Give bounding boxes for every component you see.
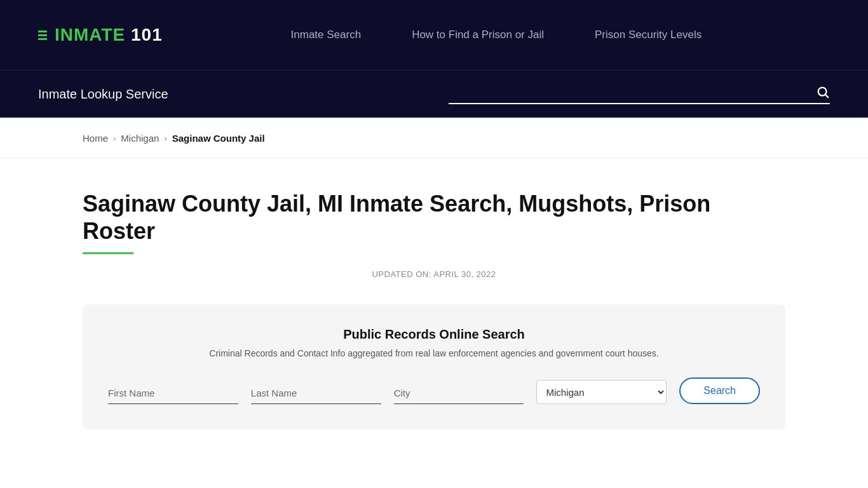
logo-prefix: INMATE	[55, 25, 131, 44]
search-input[interactable]	[449, 84, 810, 100]
breadcrumb: Home › Michigan › Saginaw County Jail	[83, 133, 785, 144]
first-name-input[interactable]	[108, 383, 238, 404]
logo-number: 101	[131, 25, 163, 44]
city-input[interactable]	[394, 383, 524, 404]
top-navigation: INMATE 101 Inmate Search How to Find a P…	[0, 0, 868, 70]
nav-links-container: Inmate Search How to Find a Prison or Ja…	[163, 29, 830, 41]
updated-label: UPDATED ON: APRIL 30, 2022	[83, 269, 785, 279]
main-content: Saginaw County Jail, MI Inmate Search, M…	[0, 158, 868, 455]
search-bar-section: Inmate Lookup Service	[0, 70, 868, 118]
search-icon-button[interactable]	[810, 85, 830, 99]
breadcrumb-michigan[interactable]: Michigan	[121, 133, 159, 144]
search-service-label: Inmate Lookup Service	[38, 87, 168, 102]
search-box-subtitle: Criminal Records and Contact Info aggreg…	[108, 348, 760, 358]
logo[interactable]: INMATE 101	[38, 25, 163, 45]
public-records-search-box: Public Records Online Search Criminal Re…	[83, 304, 785, 430]
state-field-group: AlabamaAlaskaArizonaArkansasCaliforniaCo…	[536, 380, 667, 404]
last-name-input[interactable]	[251, 383, 381, 404]
state-select[interactable]: AlabamaAlaskaArizonaArkansasCaliforniaCo…	[536, 380, 667, 404]
breadcrumb-current: Saginaw County Jail	[172, 133, 265, 144]
search-fields: AlabamaAlaskaArizonaArkansasCaliforniaCo…	[108, 377, 760, 404]
logo-text: INMATE 101	[55, 25, 163, 45]
search-button[interactable]: Search	[679, 377, 760, 404]
nav-link-inmate-search[interactable]: Inmate Search	[291, 29, 362, 41]
nav-link-security-levels[interactable]: Prison Security Levels	[595, 29, 702, 41]
breadcrumb-section: Home › Michigan › Saginaw County Jail	[0, 119, 868, 158]
search-input-wrapper	[449, 84, 830, 104]
svg-line-1	[825, 95, 828, 97]
breadcrumb-separator-1: ›	[113, 133, 116, 143]
search-box-title: Public Records Online Search	[108, 327, 760, 342]
nav-link-find-prison[interactable]: How to Find a Prison or Jail	[412, 29, 544, 41]
breadcrumb-separator-2: ›	[164, 133, 166, 143]
breadcrumb-home[interactable]: Home	[83, 133, 108, 144]
title-underline	[83, 252, 133, 254]
page-title: Saginaw County Jail, MI Inmate Search, M…	[83, 190, 785, 245]
logo-bars-icon	[38, 30, 47, 40]
city-field-group	[394, 383, 524, 404]
last-name-field-group	[251, 383, 381, 404]
search-icon	[816, 85, 830, 99]
first-name-field-group	[108, 383, 238, 404]
